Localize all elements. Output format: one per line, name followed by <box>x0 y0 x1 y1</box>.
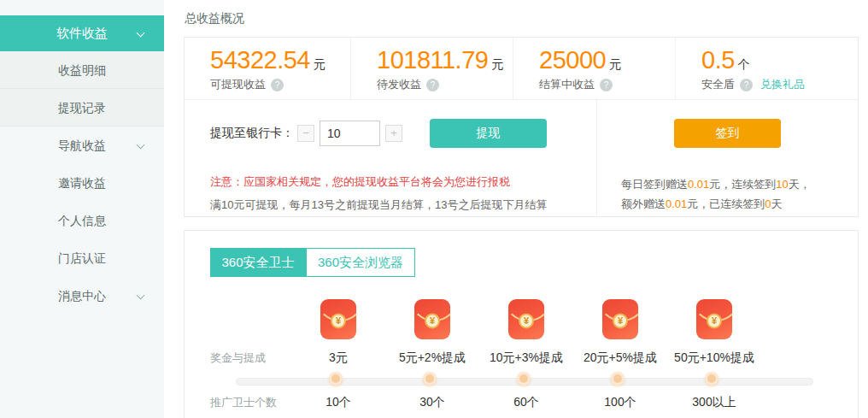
coin-icon: ¥ <box>331 313 346 328</box>
sidebar-item-nav-income[interactable]: 导航收益 <box>0 127 164 164</box>
coin-icon: ¥ <box>519 313 534 328</box>
chevron-down-icon <box>137 141 145 150</box>
stat-pending: 101811.79元 待发收益 ? <box>351 38 513 99</box>
withdraw-rule-text: 满10元可提现，每月13号之前提现当月结算，13号之后提现下月结算 <box>210 197 596 213</box>
signin-button[interactable]: 签到 <box>674 119 781 148</box>
sidebar-item-label: 消息中心 <box>58 289 106 303</box>
signin-text-part: 天 <box>771 197 783 210</box>
page: 软件收益 收益明细 提现记录 导航收益 邀请收益 个人信息 门店认证 消息中心 … <box>0 0 868 418</box>
signin-rule-text: 每日签到赠送0.01元，连续签到10天， 额外赠送0.01元，已连续签到0天 <box>621 174 858 214</box>
chevron-down-icon <box>137 29 145 38</box>
sidebar-item-message-center[interactable]: 消息中心 <box>0 277 164 315</box>
sidebar: 软件收益 收益明细 提现记录 导航收益 邀请收益 个人信息 门店认证 消息中心 <box>0 0 164 418</box>
red-envelope-icon: ¥ <box>602 299 638 339</box>
stat-value: 25000 <box>539 46 606 74</box>
sidebar-item-withdraw-record[interactable]: 提现记录 <box>0 89 164 127</box>
stat-label: 可提现收益 <box>210 77 266 92</box>
stat-label: 安全盾 <box>701 77 735 92</box>
sidebar-item-personal-info[interactable]: 个人信息 <box>0 202 164 239</box>
coin-icon: ¥ <box>613 313 628 328</box>
withdraw-button[interactable]: 提现 <box>430 119 547 148</box>
count-tier: 300以上 <box>667 395 761 410</box>
envelope-row: ¥ ¥ ¥ ¥ ¥ <box>185 299 858 339</box>
sidebar-item-software-income[interactable]: 软件收益 <box>0 15 164 51</box>
promo-card: 360安全卫士 360安全浏览器 ¥ ¥ ¥ ¥ ¥ 奖金与提成 3元 5元+2… <box>184 230 859 418</box>
count-row-label: 推广卫士个数 <box>210 395 291 410</box>
count-tier: 100个 <box>573 395 667 410</box>
slider-dot <box>517 372 531 386</box>
signin-text-part: 额外赠送 <box>621 197 666 210</box>
bonus-tier: 20元+5%提成 <box>573 350 667 366</box>
plus-stepper-button[interactable]: + <box>385 125 402 142</box>
stat-label: 待发收益 <box>377 77 421 92</box>
stat-value: 101811.79 <box>377 46 488 74</box>
chevron-down-icon <box>137 291 145 300</box>
overview-card: 54322.54元 可提现收益 ? 101811.79元 待发收益 ? 2500… <box>184 37 859 217</box>
sidebar-item-store-cert[interactable]: 门店认证 <box>0 239 164 277</box>
signin-amount: 0.01 <box>666 197 687 210</box>
slider-dot <box>611 372 625 386</box>
signin-section: 签到 每日签到赠送0.01元，连续签到10天， 额外赠送0.01元，已连续签到0… <box>596 100 858 216</box>
sidebar-item-label: 软件收益 <box>56 26 108 40</box>
card-bottom-row: 提现至银行卡： − + 提现 注意：应国家相关规定，您的提现收益平台将会为您进行… <box>185 100 858 216</box>
signin-text-part: 元，已连续签到 <box>687 197 765 210</box>
bonus-tier: 10元+3%提成 <box>479 350 573 366</box>
stat-unit: 个 <box>738 57 750 71</box>
bonus-row: 奖金与提成 3元 5元+2%提成 10元+3%提成 20元+5%提成 50元+1… <box>185 350 858 366</box>
withdraw-label: 提现至银行卡： <box>210 126 297 141</box>
withdraw-amount-input[interactable] <box>320 121 380 146</box>
stats-row: 54322.54元 可提现收益 ? 101811.79元 待发收益 ? 2500… <box>185 38 858 100</box>
sidebar-item-invite-income[interactable]: 邀请收益 <box>0 164 164 202</box>
exchange-gift-link[interactable]: 兑换礼品 <box>760 77 805 92</box>
help-icon[interactable]: ? <box>740 79 753 91</box>
help-icon[interactable]: ? <box>600 79 613 91</box>
stat-unit: 元 <box>314 57 326 71</box>
stat-settling: 25000元 结算中收益 ? <box>513 38 676 99</box>
count-tier: 60个 <box>479 395 573 410</box>
red-envelope-icon: ¥ <box>696 299 732 339</box>
help-icon[interactable]: ? <box>271 79 284 91</box>
stat-unit: 元 <box>609 57 621 71</box>
tax-notice-text: 注意：应国家相关规定，您的提现收益平台将会为您进行报税 <box>210 174 596 190</box>
bonus-tier: 50元+10%提成 <box>667 350 761 366</box>
help-icon[interactable]: ? <box>426 79 439 91</box>
signin-streak: 0 <box>765 197 771 210</box>
stat-withdrawable: 54322.54元 可提现收益 ? <box>185 38 351 99</box>
main-content: 总收益概况 54322.54元 可提现收益 ? 101811.79元 待发收益 … <box>184 0 859 418</box>
signin-days: 10 <box>776 178 788 191</box>
stat-shield: 0.5个 安全盾 ? 兑换礼品 <box>676 38 858 99</box>
minus-stepper-button[interactable]: − <box>297 125 314 142</box>
sidebar-item-label: 导航收益 <box>58 138 106 152</box>
signin-text-part: 每日签到赠送 <box>621 178 688 191</box>
signin-text-part: 天， <box>789 178 811 191</box>
signin-text-part: 元，连续签到 <box>709 178 776 191</box>
tier-slider <box>185 371 858 392</box>
stat-value: 54322.54 <box>210 46 310 74</box>
coin-icon: ¥ <box>425 313 440 328</box>
count-tier: 10个 <box>291 395 385 410</box>
count-row: 推广卫士个数 10个 30个 60个 100个 300以上 <box>185 395 858 410</box>
sidebar-item-income-detail[interactable]: 收益明细 <box>0 51 164 89</box>
slider-dot <box>705 372 718 386</box>
stat-unit: 元 <box>491 57 503 71</box>
red-envelope-icon: ¥ <box>508 299 544 339</box>
red-envelope-icon: ¥ <box>414 299 450 339</box>
bonus-tier: 5元+2%提成 <box>385 350 479 366</box>
slider-dot <box>423 372 437 386</box>
tab-360-safeguard[interactable]: 360安全卫士 <box>210 248 306 277</box>
tab-360-browser[interactable]: 360安全浏览器 <box>306 248 415 277</box>
count-tier: 30个 <box>385 395 479 410</box>
slider-dot <box>329 372 343 386</box>
signin-amount: 0.01 <box>688 178 709 191</box>
product-tabs: 360安全卫士 360安全浏览器 <box>210 248 858 277</box>
red-envelope-icon: ¥ <box>320 299 356 339</box>
coin-icon: ¥ <box>707 313 722 328</box>
stat-value: 0.5 <box>701 46 735 74</box>
stat-label: 结算中收益 <box>539 77 595 92</box>
withdraw-section: 提现至银行卡： − + 提现 注意：应国家相关规定，您的提现收益平台将会为您进行… <box>185 100 596 216</box>
bonus-tier: 3元 <box>291 350 385 366</box>
page-title: 总收益概况 <box>185 11 859 26</box>
bonus-row-label: 奖金与提成 <box>210 350 291 366</box>
